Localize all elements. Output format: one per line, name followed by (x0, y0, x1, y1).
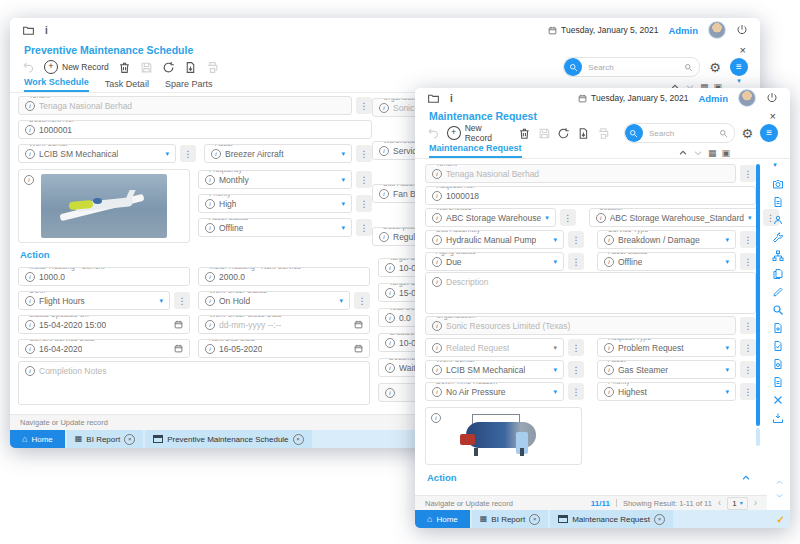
kebab-menu-button[interactable]: ⋮ (740, 361, 756, 378)
scrollbar-thumb[interactable] (756, 164, 760, 426)
chevron-up-icon[interactable] (678, 148, 688, 158)
kebab-menu-button[interactable]: ⋮ (356, 145, 372, 162)
chevron-down-icon[interactable]: ▾ (725, 258, 729, 265)
power-icon[interactable] (766, 92, 778, 104)
chevron-down-icon[interactable]: ▾ (545, 214, 549, 221)
menu-icon[interactable]: ≡ (760, 124, 778, 142)
document-no-field[interactable]: Document No.i1000001 (18, 120, 372, 139)
kebab-menu-button[interactable]: ⋮ (740, 383, 756, 400)
camera-icon[interactable] (772, 178, 784, 190)
delete-icon[interactable] (518, 127, 531, 140)
power-icon[interactable] (736, 24, 748, 36)
wrench-icon[interactable] (772, 232, 784, 244)
cancel-icon[interactable] (772, 394, 784, 406)
close-icon[interactable]: × (293, 434, 304, 445)
tab-maintenance-request[interactable]: Maintenance Request (429, 143, 522, 158)
kebab-menu-button[interactable]: ⋮ (568, 383, 584, 400)
tab-work-schedule[interactable]: Work Schedule (24, 77, 89, 92)
taskbar-tab-maintenance-request[interactable]: Maintenance Request× (550, 510, 673, 528)
related-request-select[interactable]: iRelated Request▾ (425, 338, 564, 357)
work-center-select[interactable]: Work CenteriLCIB SM Mechanical▾ (18, 144, 176, 163)
tab-task-detail[interactable]: Task Detail (105, 79, 149, 92)
request-no-field[interactable]: Request No.i1000018 (425, 186, 756, 205)
new-record-button[interactable]: +New Record (44, 60, 109, 74)
chevron-down-icon[interactable]: ▾ (553, 236, 557, 243)
search-input[interactable]: Search (624, 123, 735, 143)
chevron-down-icon[interactable]: ▾ (748, 214, 752, 221)
document-image-icon[interactable] (772, 358, 784, 370)
card-view-icon[interactable]: ▣ (721, 148, 730, 158)
chevron-down-icon[interactable]: ▾ (725, 344, 729, 351)
kebab-menu-button[interactable]: ⋮ (560, 209, 576, 226)
chevron-down-icon[interactable]: ▾ (341, 176, 345, 183)
scrollbar-track[interactable] (756, 428, 760, 446)
asset-status-select[interactable]: Asset StatusiOffline▾ (597, 252, 736, 271)
kebab-menu-button[interactable]: ⋮ (180, 145, 196, 162)
document-lines-icon[interactable] (772, 376, 784, 388)
close-icon[interactable]: × (124, 434, 135, 445)
kebab-menu-button[interactable]: ⋮ (354, 292, 370, 309)
avatar[interactable] (708, 21, 726, 39)
tenant-field[interactable]: TenantiTenaga Nasional Berhad (18, 96, 352, 115)
kebab-menu-button[interactable]: ⋮ (356, 171, 372, 188)
settings-gear-icon[interactable]: ⚙ (709, 61, 721, 74)
refresh-icon[interactable] (162, 61, 175, 74)
chevron-down-icon[interactable]: ▾ (553, 344, 557, 351)
export-icon[interactable] (184, 61, 197, 74)
kebab-menu-button[interactable]: ⋮ (356, 97, 372, 114)
kebab-menu-button[interactable]: ⋮ (568, 361, 584, 378)
tab-spare-parts[interactable]: Spare Parts (165, 79, 213, 92)
confirm-check-icon[interactable]: ✓ (777, 514, 785, 525)
chevron-down-icon[interactable]: ▾ (165, 150, 169, 157)
search-icon[interactable] (684, 63, 693, 72)
kebab-menu-button[interactable]: ⋮ (740, 165, 756, 182)
priority-select[interactable]: PriorityiHighest▾ (597, 382, 736, 401)
chevron-up-icon[interactable] (741, 473, 751, 483)
asset-image[interactable]: i (18, 169, 190, 243)
calendar-icon[interactable] (174, 344, 183, 353)
menu-icon[interactable]: ≡ (730, 58, 748, 76)
work-order-close-date-field[interactable]: Work Order Close Dateidd-mm-yyyy --:-- (198, 315, 370, 334)
delete-icon[interactable] (118, 61, 131, 74)
close-icon[interactable]: × (770, 111, 776, 122)
kebab-menu-button[interactable]: ⋮ (740, 253, 756, 270)
kebab-menu-button[interactable]: ⋮ (568, 253, 584, 270)
close-icon[interactable]: × (740, 45, 746, 56)
chevron-down-icon[interactable]: ▾ (341, 200, 345, 207)
download-icon[interactable] (772, 412, 784, 424)
info-icon[interactable]: i (450, 93, 453, 104)
chevron-down-icon[interactable]: ▾ (725, 236, 729, 243)
kebab-menu-button[interactable]: ⋮ (356, 219, 372, 236)
kebab-menu-button[interactable]: ⋮ (740, 231, 756, 248)
request-type-select[interactable]: Request TypeiProblem Request▾ (597, 338, 736, 357)
sitemap-icon[interactable] (772, 250, 784, 262)
search-record-icon[interactable] (772, 304, 784, 316)
kebab-menu-button[interactable]: ⋮ (356, 195, 372, 212)
refresh-icon[interactable] (557, 127, 570, 140)
copy-icon[interactable] (772, 268, 784, 280)
work-center-select[interactable]: Work CenteriLCIB SM Mechanical▾ (425, 360, 564, 379)
user-name[interactable]: Admin (668, 25, 698, 36)
warehouse-select[interactable]: WarehouseiABC Storage Warehouse▾ (425, 208, 556, 227)
asset-select[interactable]: AssetiBreezer Aircraft▾ (204, 144, 352, 163)
pen-icon[interactable] (772, 286, 784, 298)
folder-icon[interactable] (427, 92, 440, 105)
search-icon[interactable] (719, 129, 728, 138)
avatar[interactable] (738, 89, 756, 107)
action-section-title[interactable]: Action (20, 249, 372, 260)
chevron-down-icon[interactable]: ▼ (736, 78, 742, 84)
status-updated-on-field[interactable]: Status Updated Oni15-04-2020 15:00 (18, 315, 190, 334)
chevron-down-icon[interactable]: ▾ (553, 366, 557, 373)
close-icon[interactable]: × (654, 514, 665, 525)
taskbar-tab-bi-report[interactable]: ▦BI Report× (472, 510, 548, 528)
chevron-down-icon[interactable]: ▾ (339, 297, 343, 304)
user-name[interactable]: Admin (698, 93, 728, 104)
down-time-reason-select[interactable]: Down Time ReasoniNo Air Pressure▾ (425, 382, 564, 401)
sub-assembly-select[interactable]: Sub AssemblyiHydraulic Manual Pump▾ (425, 230, 564, 249)
description-textarea[interactable]: iDescription (425, 272, 756, 314)
kebab-menu-button[interactable]: ⋮ (740, 317, 756, 334)
tenant-field[interactable]: Tenant*iTenaga Nasional Berhad (425, 164, 736, 183)
taskbar-tab-bi-report[interactable]: ▦BI Report× (67, 430, 143, 448)
chevron-down-icon[interactable]: ▾ (725, 388, 729, 395)
page-select[interactable]: 1▾ (727, 497, 747, 510)
